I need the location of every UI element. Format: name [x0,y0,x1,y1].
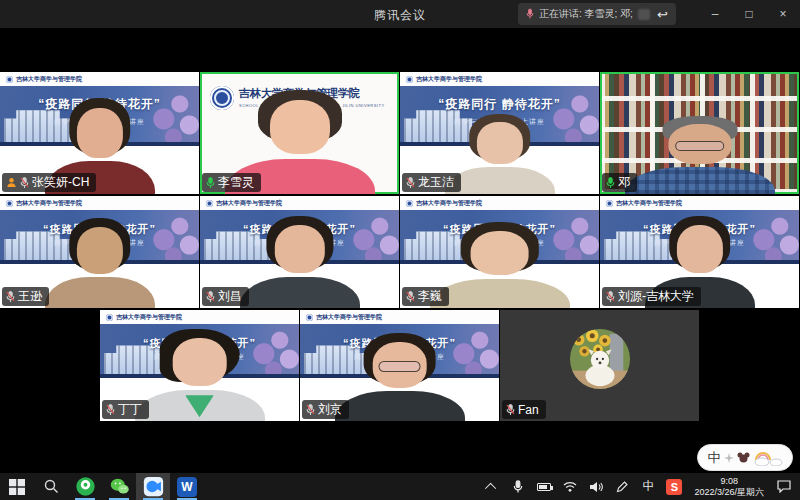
meeting-titlebar[interactable]: 腾讯会议 正在讲话: 李雪灵; 邓; ↩ – □ × [0,0,800,28]
video-tile-dingding[interactable]: 吉林大学商学与管理学院 “疫路同行 静待花开” 商学与管理学院 线上讲座 丁丁 [100,310,299,421]
participant-video [625,116,775,194]
university-logo-icon [406,76,413,83]
sparkle-icon[interactable] [724,453,734,463]
blurred-name [638,9,650,20]
school-logo-header: 吉林大学商学与管理学院 [400,196,599,210]
participant-video [45,218,155,308]
school-logo-header: 吉林大学商学与管理学院 [300,310,499,324]
speaking-mic-icon [526,8,534,20]
reply-arrow-icon[interactable]: ↩ [657,7,668,22]
search-icon [44,479,59,494]
action-center-button[interactable] [772,473,796,500]
minimize-button[interactable]: – [698,0,732,28]
university-logo-icon [606,200,613,207]
name-badge: 刘源-吉林大学 [602,287,701,306]
name-badge: Fan [502,400,546,419]
wechat-icon [109,476,130,497]
video-tile-liuyuan[interactable]: 吉林大学商学与管理学院 “疫路同行 静待花开” 商学与管理学院 线上讲座 刘源-… [600,196,799,308]
ime-mode-label[interactable]: 中 [708,449,721,467]
tray-volume[interactable] [584,473,608,500]
school-logo-header: 吉林大学商学与管理学院 [400,72,599,86]
video-tile-zhangxiaoyan[interactable]: 吉林大学商学与管理学院 “疫路同行 静待花开” 商学与管理学院 线上讲座 张笑妍… [0,72,199,194]
microphone-icon [513,480,523,494]
taskbar-app-wechat[interactable] [102,473,136,500]
video-tile-liwei[interactable]: 吉林大学商学与管理学院 “疫路同行 静待花开” 商学与管理学院 线上讲座 李巍 [400,196,599,308]
name-badge: 张笑妍-CH [2,173,96,192]
taskbar-app-browser[interactable] [68,473,102,500]
video-tile-deng[interactable]: 邓 [600,72,799,194]
participant-video [445,114,555,194]
notification-icon [777,480,791,493]
muted-mic-icon [106,404,115,416]
desktop: 腾讯会议 正在讲话: 李雪灵; 邓; ↩ – □ × 吉林大学商学与管理学院 “… [0,0,800,500]
windows-logo-icon [9,479,25,495]
sogou-icon: S [666,479,682,495]
muted-mic-icon [606,291,615,303]
school-logo-header: 吉林大学商学与管理学院 [600,196,799,210]
participant-video [430,222,570,308]
start-button[interactable] [0,473,34,500]
tray-expand-button[interactable] [480,473,504,500]
university-logo-icon [306,314,313,321]
browser-icon [75,476,96,497]
taskbar-app-word[interactable]: W [170,473,204,500]
muted-mic-icon [506,404,515,416]
ime-toolbar[interactable]: 中 [697,444,793,471]
school-logo-header: 吉林大学商学与管理学院 [0,196,199,210]
active-mic-icon [606,177,615,189]
school-logo-header: 吉林大学商学与管理学院 [100,310,299,324]
clock-time: 9:08 [694,476,764,487]
active-mic-icon [206,177,215,189]
tray-network[interactable] [558,473,582,500]
video-tile-liujing[interactable]: 吉林大学商学与管理学院 “疫路同行 静待花开” 商学与管理学院 线上讲座 刘京 [300,310,499,421]
tray-battery[interactable] [532,473,556,500]
tray-sogou[interactable]: S [662,473,686,500]
wifi-icon [563,481,577,492]
university-logo-icon [6,76,13,83]
muted-mic-icon [20,177,29,189]
university-logo-icon [6,200,13,207]
video-tile-fan[interactable]: Fan [500,310,699,421]
tray-pen[interactable] [610,473,634,500]
video-tile-longyujie[interactable]: 吉林大学商学与管理学院 “疫路同行 静待花开” 商学与管理学院 线上讲座 龙玉洁 [400,72,599,194]
video-tile-wangxun[interactable]: 吉林大学商学与管理学院 “疫路同行 静待花开” 商学与管理学院 线上讲座 王逊 [0,196,199,308]
university-logo-icon [206,200,213,207]
search-button[interactable] [34,473,68,500]
maximize-button[interactable]: □ [732,0,766,28]
muted-mic-icon [206,291,215,303]
name-badge: 王逊 [2,287,49,306]
video-tile-lixueling[interactable]: 吉林大学商学与管理学院 SCHOOL OF BUSINESS AND MANAG… [200,72,399,194]
taskbar: W [0,473,800,500]
name-badge: 李巍 [402,287,449,306]
muted-mic-icon [406,177,415,189]
taskbar-clock[interactable]: 9:08 2022/3/26/星期六 [688,476,770,498]
name-badge: 龙玉洁 [402,173,461,192]
speaking-toast: 正在讲话: 李雪灵; 邓; ↩ [518,3,676,25]
host-icon [6,177,17,188]
university-logo-icon [406,200,413,207]
school-logo-header: 吉林大学商学与管理学院 [200,196,399,210]
word-icon: W [177,477,197,497]
close-button[interactable]: × [766,0,800,28]
video-tile-liuchang[interactable]: 吉林大学商学与管理学院 “疫路同行 静待花开” 商学与管理学院 线上讲座 刘昌 [200,196,399,308]
university-logo-icon [106,314,113,321]
school-logo-header: 吉林大学商学与管理学院 [0,72,199,86]
battery-icon [537,483,551,491]
weather-clouds-icon[interactable] [753,450,783,466]
tray-ime-mode[interactable]: 中 [636,473,660,500]
speaker-icon [590,481,603,493]
muted-mic-icon [6,291,15,303]
chevron-up-icon [485,482,496,493]
muted-mic-icon [306,404,315,416]
app-title: 腾讯会议 [0,7,800,24]
tencent-meeting-icon [143,476,164,497]
pen-icon [616,481,628,493]
tray-microphone[interactable] [506,473,530,500]
clock-date: 2022/3/26/星期六 [694,487,764,498]
participant-video [240,216,360,308]
taskbar-app-tencent-meeting[interactable] [136,473,170,500]
dog-avatar-image [569,328,631,390]
name-badge: 刘京 [302,400,349,419]
mickey-icon[interactable] [737,452,750,463]
name-badge: 刘昌 [202,287,249,306]
